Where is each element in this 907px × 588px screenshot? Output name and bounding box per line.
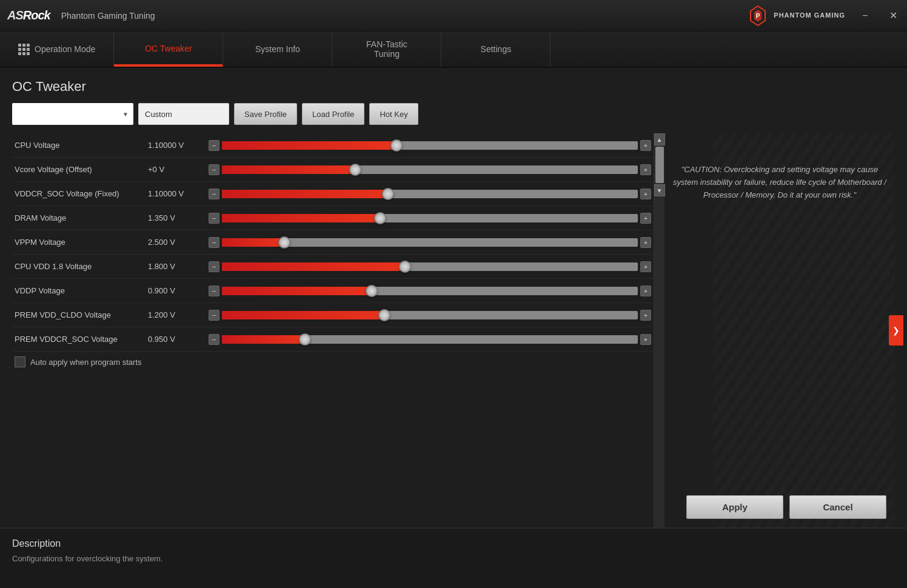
slider-thumb-8[interactable] [299,333,311,346]
profile-name-input[interactable] [138,103,229,125]
slider-value-4: 2.500 V [148,238,209,247]
sidebar-item-oc-tweaker[interactable]: OC Tweaker [114,32,223,67]
slider-label-4: VPPM Voltage [15,238,148,247]
slider-thumb-4[interactable] [278,236,290,249]
slider-fill-8 [222,335,305,344]
close-button[interactable]: ✕ [879,0,907,32]
slider-label-6: VDDP Voltage [15,286,148,295]
nav-item-label: FAN-TasticTuning [366,39,407,59]
slider-label-8: PREM VDDCR_SOC Voltage [15,335,148,344]
description-section: Description Configurations for overclock… [0,527,907,588]
auto-apply-label: Auto apply when program starts [30,358,142,367]
slider-plus-7[interactable]: + [640,310,651,321]
slider-track-6[interactable] [222,287,638,295]
slider-track-4[interactable] [222,238,638,247]
slider-control-7: − + [209,310,651,321]
slider-fill-5 [222,262,405,271]
slider-control-4: − + [209,237,651,248]
minimize-button[interactable]: − [851,0,879,32]
oc-tweaker-section: OC Tweaker Save Profile Load Profile Hot… [0,68,907,527]
phantom-gaming-logo: P PHANTOM GAMING [747,5,845,27]
profile-dropdown[interactable] [12,103,133,125]
slider-minus-6[interactable]: − [209,286,219,296]
table-row: Vcore Voltage (Offset) +0 V − + [12,158,654,182]
slider-track-0[interactable] [222,141,638,150]
slider-fill-7 [222,311,384,319]
slider-value-6: 0.900 V [148,286,209,295]
slider-value-3: 1.350 V [148,213,209,222]
slider-thumb-6[interactable] [366,285,378,297]
slider-thumb-5[interactable] [399,261,411,273]
slider-minus-2[interactable]: − [209,189,219,199]
svg-text:P: P [756,13,760,19]
slider-control-5: − + [209,261,651,272]
slider-plus-8[interactable]: + [640,334,651,345]
slider-control-6: − + [209,286,651,296]
slider-plus-1[interactable]: + [640,164,651,175]
slider-thumb-0[interactable] [390,139,403,152]
slider-fill-1 [222,165,355,174]
action-buttons: Apply Cancel [673,489,886,519]
slider-minus-0[interactable]: − [209,140,219,151]
slider-plus-6[interactable]: + [640,286,651,296]
scroll-thumb[interactable] [655,147,664,183]
slider-minus-4[interactable]: − [209,237,219,248]
slider-value-2: 1.10000 V [148,189,209,198]
slider-minus-3[interactable]: − [209,213,219,224]
scroll-down-button[interactable]: ▼ [654,184,665,196]
phantom-gaming-text: PHANTOM GAMING [774,12,845,19]
slider-value-7: 1.200 V [148,310,209,319]
slider-plus-5[interactable]: + [640,261,651,272]
slider-thumb-7[interactable] [378,309,390,321]
page-title: OC Tweaker [12,79,895,95]
chevron-right-button[interactable]: ❯ [889,315,903,346]
sidebar-item-fan-tastic[interactable]: FAN-TasticTuning [332,32,441,67]
title-bar: ASRock Phantom Gaming Tuning P PHANTOM G… [0,0,907,32]
nav-item-label: Operation Mode [35,44,95,54]
table-row: PREM VDD_CLDO Voltage 1.200 V − + [12,303,654,327]
auto-apply-checkbox[interactable] [15,356,25,367]
hot-key-button[interactable]: Hot Key [369,103,418,125]
title-bar-right: P PHANTOM GAMING − ✕ [747,0,907,31]
save-profile-button[interactable]: Save Profile [234,103,297,125]
app-name: Phantom Gaming Tuning [61,11,155,21]
slider-track-7[interactable] [222,311,638,319]
slider-track-5[interactable] [222,262,638,271]
table-row: CPU VDD 1.8 Voltage 1.800 V − + [12,255,654,279]
profile-select-wrapper [12,103,133,125]
slider-track-8[interactable] [222,335,638,344]
slider-fill-2 [222,190,388,198]
slider-thumb-2[interactable] [382,188,394,200]
slider-minus-8[interactable]: − [209,334,219,345]
slider-minus-7[interactable]: − [209,310,219,321]
slider-control-1: − + [209,164,651,175]
table-row: VPPM Voltage 2.500 V − + [12,230,654,255]
sliders-and-right: CPU Voltage 1.10000 V − + Vcore Voltage … [12,133,895,527]
slider-track-2[interactable] [222,190,638,198]
slider-minus-5[interactable]: − [209,261,219,272]
slider-fill-3 [222,214,380,222]
load-profile-button[interactable]: Load Profile [302,103,364,125]
slider-rows: CPU Voltage 1.10000 V − + Vcore Voltage … [12,133,654,352]
sidebar-item-operation-mode[interactable]: Operation Mode [0,32,114,67]
apply-button[interactable]: Apply [686,495,783,519]
sidebar-item-system-info[interactable]: System Info [223,32,332,67]
description-text: Configurations for overclocking the syst… [12,554,895,563]
slider-track-3[interactable] [222,214,638,222]
slider-track-1[interactable] [222,165,638,174]
asrock-logo: ASRock [7,8,50,22]
slider-plus-0[interactable]: + [640,140,651,151]
auto-apply-row: Auto apply when program starts [12,352,654,372]
slider-plus-3[interactable]: + [640,213,651,224]
slider-plus-4[interactable]: + [640,237,651,248]
slider-label-3: DRAM Voltage [15,213,148,222]
sidebar-item-settings[interactable]: Settings [441,32,551,67]
sliders-left: CPU Voltage 1.10000 V − + Vcore Voltage … [12,133,654,527]
slider-thumb-3[interactable] [374,212,386,224]
caution-text: "CAUTION: Overclocking and setting volta… [673,164,886,201]
slider-plus-2[interactable]: + [640,189,651,199]
slider-thumb-1[interactable] [349,164,361,176]
cancel-button[interactable]: Cancel [789,495,886,519]
slider-minus-1[interactable]: − [209,164,219,175]
scroll-up-button[interactable]: ▲ [654,133,665,145]
